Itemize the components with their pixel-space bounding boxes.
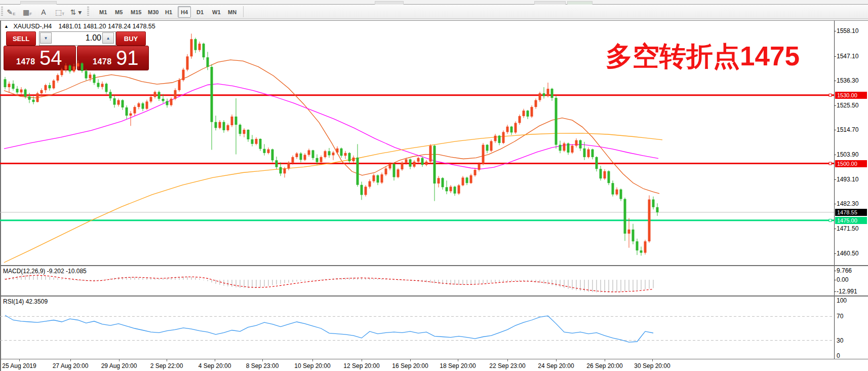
rsi-label: RSI(14) 42.3509 [3,298,48,305]
price-badge: 1500.00 [835,160,867,167]
date-tick [507,359,508,361]
price-tick-label: 9.766 [837,267,852,274]
price-tick [834,253,836,254]
date-tick [556,359,557,361]
timeframe-button-M5[interactable]: M5 [112,6,126,18]
time-axis-border [0,359,868,359]
ma-mid-magenta [4,84,658,169]
date-tick-label: 4 Sep 20:00 [199,362,231,369]
price-tick [834,130,836,130]
price-tick [834,179,836,180]
price-tick-label: 1503.90 [837,151,858,158]
date-tick-label: 22 Sep 23:00 [489,362,525,369]
price-badge: 1475.00 [835,217,867,224]
toolbar: ✎E▦FA⬚T⇅ ▾ M1M5M15M30H1H4D1W1MN [0,5,868,19]
price-tick-label: 1547.10 [837,53,858,60]
text-box-icon[interactable]: ⬚T [53,6,67,18]
date-tick [312,359,313,361]
date-tick [119,359,120,361]
price-tick-label: 0.00 [837,276,848,283]
date-tick-label: 27 Aug 20:00 [53,362,89,369]
clipped-button [567,1,593,5]
price-tick-label: 1536.30 [837,77,858,84]
date-tick [262,359,263,361]
price-tick [834,229,836,229]
date-tick-label: 26 Sep 20:00 [586,362,622,369]
timeframe-button-MN[interactable]: MN [225,6,240,18]
price-tick-label: 1525.50 [837,102,858,109]
price-tick [834,204,836,204]
date-tick-label: 25 Aug 2019 [2,362,36,369]
price-badge: 1478.55 [835,209,867,216]
macd-tick [834,280,836,280]
macd-tick [834,291,836,292]
price-tick-label: 70 [837,313,843,320]
macd-tick [834,271,836,271]
date-tick [458,359,458,361]
timeframe-button-M15[interactable]: M15 [128,6,144,18]
price-tick [834,81,836,81]
macd-panel [0,266,834,295]
date-tick-label: 24 Sep 20:00 [538,362,574,369]
date-tick-label: 12 Sep 20:00 [343,362,379,369]
timeframe-button-D1[interactable]: D1 [193,6,207,18]
price-tick-label: 0 [837,352,840,359]
toolbar-grip[interactable] [87,7,89,17]
macd-label: MACD(12,26,9) -9.202 -10.085 [3,268,87,275]
date-tick-label: 10 Sep 20:00 [294,362,330,369]
date-tick [70,359,71,361]
price-tick-label: 1514.70 [837,126,858,133]
date-tick [167,359,167,361]
clipped-toolbar-strip [0,0,868,5]
price-axis-border [834,21,835,359]
price-tick [834,105,836,106]
toolbar-separator [243,6,244,17]
timeframe-button-M30[interactable]: M30 [145,6,162,18]
rsi-panel [0,296,834,359]
price-tick [834,155,836,155]
price-tick-label: 1471.50 [837,225,858,232]
annotation-text: 多空转折点1475 [606,43,800,69]
toolbar-grip[interactable] [1,7,3,17]
price-tick-label: 1460.50 [837,250,858,257]
date-tick-label: 16 Sep 20:00 [392,362,428,369]
date-tick-label: 29 Aug 20:00 [101,362,137,369]
styler-icon[interactable]: ✎E [4,6,18,18]
date-tick [19,359,20,361]
date-tick-label: 18 Sep 20:00 [440,362,476,369]
clipped-button [534,1,566,5]
price-tick [834,56,836,57]
price-tick-label: 30 [837,337,843,344]
arrange-icon[interactable]: ⇅ ▾ [69,6,83,18]
timeframe-button-H1[interactable]: H1 [162,6,175,18]
price-tick-label: 100 [837,297,847,304]
price-badge: 1530.00 [835,92,867,99]
indicator-list-icon[interactable]: ▦F [20,6,34,18]
price-tick-label: 1493.10 [837,176,858,183]
price-tick [834,31,836,31]
price-tick-label: 1482.30 [837,200,858,207]
date-tick-label: 2 Sep 22:00 [150,362,183,369]
clipped-button [375,1,404,5]
price-tick-label: -12.991 [837,288,857,295]
date-tick [652,359,653,361]
date-tick-label: 8 Sep 23:00 [246,362,279,369]
date-tick [362,359,362,361]
date-tick-label: 30 Sep 20:00 [634,362,670,369]
price-tick-label: 1558.10 [837,27,858,34]
text-label-icon[interactable]: A [36,6,51,18]
timeframe-button-W1[interactable]: W1 [209,6,224,18]
timeframe-button-M1[interactable]: M1 [96,6,110,18]
date-tick [410,359,411,361]
date-tick [605,359,605,361]
clipped-button [20,1,57,5]
ma-fast-vermillion [4,60,659,194]
date-tick [215,359,215,361]
timeframe-button-H4[interactable]: H4 [178,6,191,18]
